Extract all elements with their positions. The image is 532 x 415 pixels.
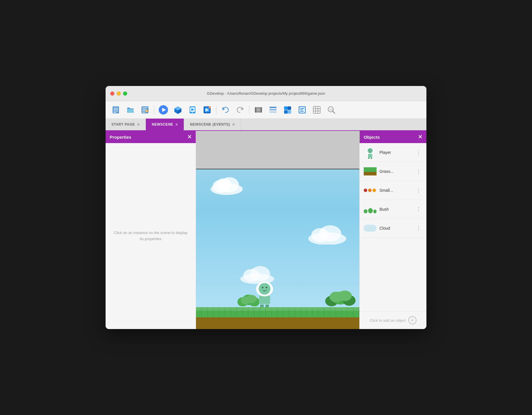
redo-button[interactable] bbox=[233, 103, 247, 117]
toolbar-sep-2 bbox=[216, 105, 216, 114]
properties-panel: Properties ✕ Click on an instance on the… bbox=[106, 131, 196, 329]
svg-rect-50 bbox=[300, 110, 303, 110]
object-menu-player[interactable]: ⋮ bbox=[415, 149, 422, 156]
export-button[interactable] bbox=[200, 103, 214, 117]
player-character bbox=[254, 282, 275, 309]
svg-rect-49 bbox=[300, 108, 304, 109]
svg-rect-43 bbox=[284, 106, 288, 110]
folder-icon bbox=[126, 106, 134, 114]
svg-point-69 bbox=[250, 266, 270, 281]
bush-right bbox=[324, 289, 356, 307]
title-bar: GDevelop - /Users/florian/GDevelop proje… bbox=[106, 86, 426, 101]
svg-rect-6 bbox=[142, 108, 148, 108]
object-item-grass[interactable]: Grass... ⋮ bbox=[360, 162, 426, 181]
grid-button[interactable] bbox=[310, 103, 323, 117]
properties-icon bbox=[298, 106, 306, 114]
object-menu-bush[interactable]: ⋮ bbox=[415, 205, 422, 213]
maximize-button[interactable] bbox=[123, 92, 127, 96]
object-menu-small[interactable]: ⋮ bbox=[415, 187, 422, 194]
svg-marker-28 bbox=[223, 108, 225, 110]
svg-rect-45 bbox=[284, 110, 288, 114]
bush-thumb-c1 bbox=[364, 209, 368, 213]
cloud-1 bbox=[208, 176, 246, 196]
close-button[interactable] bbox=[110, 92, 114, 96]
properties-hint-text: Click on an instance on the scene to dis… bbox=[111, 230, 190, 242]
object-name-grass: Grass... bbox=[379, 169, 412, 174]
tab-newscene-label: NEWSCENE bbox=[152, 122, 173, 126]
object-item-player[interactable]: Player ⋮ bbox=[360, 143, 426, 162]
svg-rect-40 bbox=[270, 107, 276, 108]
object-menu-cloud[interactable]: ⋮ bbox=[415, 224, 422, 232]
svg-line-58 bbox=[333, 111, 335, 113]
film-button[interactable] bbox=[252, 103, 265, 117]
file-list-button[interactable] bbox=[109, 103, 123, 117]
build-icon bbox=[141, 106, 149, 114]
objects-panel: Objects ✕ bbox=[359, 131, 426, 329]
toolbar-sep-3 bbox=[249, 105, 249, 114]
small-dot-2 bbox=[368, 189, 372, 192]
tab-newscene-close[interactable]: × bbox=[176, 122, 178, 126]
preview-3d-button[interactable] bbox=[171, 103, 185, 117]
preview-mobile-button[interactable] bbox=[186, 103, 199, 117]
object-name-player: Player bbox=[379, 150, 412, 155]
object-name-bush: Bush bbox=[379, 207, 412, 212]
svg-rect-52 bbox=[313, 106, 320, 113]
tab-start-page[interactable]: START PAGE × bbox=[106, 119, 146, 130]
svg-rect-37 bbox=[261, 109, 261, 110]
bush-thumb-c2 bbox=[368, 208, 373, 213]
svg-rect-4 bbox=[113, 112, 116, 113]
object-item-small[interactable]: Small... ⋮ bbox=[360, 181, 426, 200]
tab-newscene-events-close[interactable]: × bbox=[232, 122, 235, 126]
build-button[interactable] bbox=[138, 103, 152, 117]
object-thumbnail-player bbox=[364, 146, 377, 159]
objects-close-button[interactable]: ✕ bbox=[418, 134, 422, 140]
objects-list: Player ⋮ Grass... ⋮ bbox=[360, 143, 426, 311]
properties-header: Properties ✕ bbox=[106, 131, 196, 143]
object-item-bush[interactable]: Bush ⋮ bbox=[360, 200, 426, 219]
tab-start-page-close[interactable]: × bbox=[137, 122, 140, 126]
zoom-button[interactable]: 1:1 bbox=[325, 103, 338, 117]
ground bbox=[196, 307, 359, 329]
object-item-cloud[interactable]: Cloud ⋮ bbox=[360, 219, 426, 238]
cloud-thumb-visual bbox=[364, 225, 377, 232]
object-thumbnail-grass bbox=[364, 165, 377, 178]
undo-button[interactable] bbox=[219, 103, 232, 117]
svg-rect-38 bbox=[261, 111, 261, 112]
svg-rect-9 bbox=[142, 112, 145, 112]
layers-button[interactable] bbox=[266, 103, 280, 117]
objects-toolbar-button[interactable] bbox=[281, 103, 294, 117]
player-body bbox=[259, 295, 270, 304]
app-window: GDevelop - /Users/florian/GDevelop proje… bbox=[106, 86, 426, 329]
minimize-button[interactable] bbox=[117, 92, 121, 96]
objects-header: Objects ✕ bbox=[360, 131, 426, 143]
window-title: GDevelop - /Users/florian/GDevelop proje… bbox=[207, 91, 325, 96]
svg-rect-86 bbox=[371, 157, 372, 159]
bush-thumb-visual bbox=[364, 205, 377, 213]
open-folder-button[interactable] bbox=[124, 103, 137, 117]
tab-newscene[interactable]: NEWSCENE × bbox=[146, 119, 184, 130]
properties-close-button[interactable]: ✕ bbox=[187, 134, 192, 140]
svg-rect-3 bbox=[113, 111, 118, 111]
player-face bbox=[259, 283, 270, 295]
svg-rect-39 bbox=[257, 108, 260, 112]
play-icon bbox=[158, 105, 169, 115]
object-thumbnail-small bbox=[364, 184, 377, 197]
objects-icon bbox=[284, 106, 292, 114]
add-object-button[interactable]: Click to add an object + bbox=[360, 311, 426, 329]
scene-canvas[interactable] bbox=[196, 131, 359, 329]
svg-point-81 bbox=[368, 148, 373, 153]
object-menu-grass[interactable]: ⋮ bbox=[415, 168, 422, 175]
undo-icon bbox=[221, 107, 230, 113]
player-eye-right bbox=[266, 287, 267, 288]
tab-newscene-events[interactable]: NEWSCENE (EVENTS) × bbox=[184, 119, 241, 130]
properties-title: Properties bbox=[110, 135, 131, 140]
svg-rect-35 bbox=[256, 111, 256, 112]
svg-point-63 bbox=[216, 178, 231, 190]
svg-point-82 bbox=[369, 150, 370, 151]
play-button[interactable] bbox=[157, 103, 170, 117]
properties-toolbar-button[interactable] bbox=[295, 103, 309, 117]
player-smile bbox=[262, 289, 267, 291]
tab-newscene-events-label: NEWSCENE (EVENTS) bbox=[190, 122, 230, 126]
svg-rect-2 bbox=[113, 109, 118, 110]
svg-rect-11 bbox=[146, 110, 147, 112]
